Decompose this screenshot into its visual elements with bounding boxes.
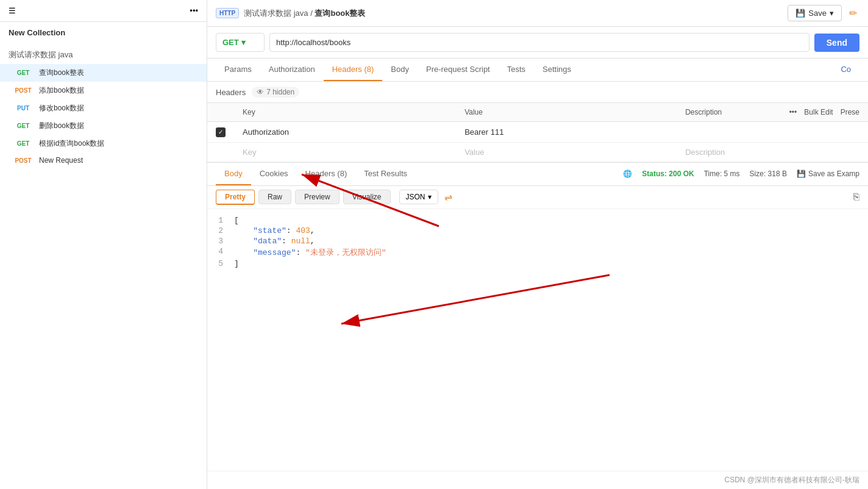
- edit-button[interactable]: ✏: [847, 5, 859, 21]
- bulk-edit-link[interactable]: Bulk Edit: [804, 108, 833, 116]
- status-badge: Status: 200 OK: [642, 170, 694, 178]
- sidebar-item-0[interactable]: GET 查询book整表: [0, 64, 207, 82]
- method-badge-get-4: GET: [12, 140, 34, 148]
- col-value-header: Value: [456, 103, 677, 122]
- code-content-2: "state": 403,: [232, 226, 315, 235]
- checkbox-checked[interactable]: ✓: [216, 127, 226, 137]
- table-row: ✓ Authorization Bearer 111: [207, 122, 868, 143]
- line-number: 3: [207, 237, 232, 246]
- copy-icon[interactable]: ⎘: [853, 191, 859, 202]
- tab-authorization[interactable]: Authorization: [260, 59, 324, 81]
- main-content: HTTP 测试请求数据 java / 查询book整表 💾 Save ▾ ✏ G…: [207, 0, 868, 489]
- header-key-0[interactable]: Authorization: [243, 127, 289, 137]
- line-number: 5: [207, 259, 232, 268]
- breadcrumb-parent: 测试请求数据 java: [244, 9, 308, 18]
- code-content-5: ]: [232, 259, 239, 268]
- format-preview-button[interactable]: Preview: [295, 190, 340, 204]
- sidebar-item-1[interactable]: POST 添加book数据: [0, 82, 207, 99]
- save-example-button[interactable]: 💾 Save as Examp: [797, 170, 859, 178]
- col-check: [207, 103, 234, 122]
- sidebar-item-4[interactable]: GET 根据id查询book数据: [0, 135, 207, 152]
- format-raw-button[interactable]: Raw: [258, 190, 291, 204]
- format-pretty-button[interactable]: Pretty: [216, 190, 255, 205]
- format-type-select[interactable]: JSON ▾: [399, 190, 438, 204]
- hamburger-icon[interactable]: ☰: [9, 6, 16, 15]
- hidden-badge: 👁 7 hidden: [252, 87, 299, 98]
- sidebar-item-2[interactable]: PUT 修改book数据: [0, 99, 207, 117]
- method-badge-get: GET: [12, 69, 34, 77]
- response-tab-headers[interactable]: Headers (8): [297, 163, 356, 185]
- breadcrumb-current: 查询book整表: [315, 9, 365, 18]
- method-badge-post-1: POST: [12, 87, 34, 95]
- code-line-5: 5 ]: [207, 259, 868, 269]
- tab-tests[interactable]: Tests: [499, 59, 534, 81]
- item-label-4: 根据id查询book数据: [39, 138, 104, 149]
- code-line-3: 3 "data": null,: [207, 236, 868, 246]
- method-badge-put-2: PUT: [12, 104, 34, 112]
- response-size: Size: 318 B: [750, 170, 787, 178]
- footer-text: CSDN @深圳市有德者科技有限公司-耿瑞: [724, 476, 859, 484]
- method-badge-get-3: GET: [12, 122, 34, 130]
- http-badge: HTTP: [216, 8, 239, 18]
- headers-section: Headers 👁 7 hidden: [207, 82, 868, 103]
- col-desc-header: Description ••• Bulk Edit Prese: [677, 103, 868, 122]
- chevron-down-icon: ▾: [830, 9, 834, 18]
- method-label: GET: [222, 38, 239, 47]
- header-desc-placeholder[interactable]: Description: [685, 148, 725, 157]
- response-section: Body Cookies Headers (8) Test Results 🌐 …: [207, 162, 868, 471]
- response-tab-test-results[interactable]: Test Results: [355, 163, 416, 185]
- tab-params[interactable]: Params: [216, 59, 260, 81]
- wrap-icon[interactable]: ⇌: [444, 191, 452, 203]
- line-number: 2: [207, 226, 232, 235]
- code-line-4: 4 "message": "未登录，无权限访问": [207, 246, 868, 259]
- format-visualize-button[interactable]: Visualize: [343, 190, 391, 204]
- tab-body[interactable]: Body: [382, 59, 418, 81]
- format-type-label: JSON: [406, 193, 425, 201]
- method-select[interactable]: GET ▾: [216, 33, 265, 52]
- save-icon: 💾: [797, 170, 806, 178]
- header-key-placeholder[interactable]: Key: [243, 148, 256, 157]
- response-tab-body[interactable]: Body: [216, 163, 251, 185]
- item-label-0: 查询book整表: [39, 68, 84, 78]
- code-content-3: "data": null,: [232, 237, 315, 246]
- tab-settings[interactable]: Settings: [534, 59, 580, 81]
- sidebar-item-3[interactable]: GET 删除book数据: [0, 117, 207, 135]
- item-label-3: 删除book数据: [39, 121, 84, 131]
- response-meta: 🌐 Status: 200 OK Time: 5 ms Size: 318 B …: [623, 170, 859, 178]
- col-key-header: Key: [234, 103, 456, 122]
- eye-icon: 👁: [257, 88, 264, 96]
- more-options-icon[interactable]: •••: [789, 108, 797, 116]
- item-label-2: 修改book数据: [39, 103, 84, 113]
- chevron-down-icon: ▾: [428, 193, 432, 201]
- url-input[interactable]: [269, 33, 809, 52]
- line-number: 4: [207, 247, 232, 258]
- breadcrumb: 测试请求数据 java / 查询book整表: [244, 8, 783, 19]
- collection-group-name[interactable]: 测试请求数据 java: [0, 46, 207, 64]
- globe-icon[interactable]: 🌐: [623, 170, 632, 178]
- code-toolbar: Pretty Raw Preview Visualize JSON ▾ ⇌ ⎘: [207, 186, 868, 209]
- send-button[interactable]: Send: [814, 34, 859, 52]
- save-button[interactable]: 💾 Save ▾: [788, 5, 842, 21]
- response-tab-cookies[interactable]: Cookies: [251, 163, 297, 185]
- collection-title[interactable]: New Collection: [0, 22, 207, 43]
- header-value-placeholder[interactable]: Value: [464, 148, 484, 157]
- response-tabs: Body Cookies Headers (8) Test Results 🌐 …: [207, 163, 868, 186]
- tab-headers[interactable]: Headers (8): [324, 59, 383, 81]
- sidebar-item-5[interactable]: POST New Request: [0, 152, 207, 168]
- code-content-4: "message": "未登录，无权限访问": [232, 247, 386, 258]
- response-time: Time: 5 ms: [704, 170, 740, 178]
- headers-label: Headers: [216, 88, 246, 97]
- more-icon[interactable]: •••: [190, 6, 198, 15]
- sidebar: ☰ ••• New Collection 测试请求数据 java GET 查询b…: [0, 0, 207, 489]
- collection-group: 测试请求数据 java GET 查询book整表 POST 添加book数据 P…: [0, 43, 207, 171]
- tab-co[interactable]: Co: [832, 59, 859, 81]
- header-value-0[interactable]: Bearer 111: [464, 127, 503, 137]
- method-badge-post-5: POST: [12, 157, 34, 165]
- hidden-count: 7 hidden: [266, 88, 294, 96]
- tab-prerequest[interactable]: Pre-request Script: [418, 59, 499, 81]
- url-bar: GET ▾ Send: [207, 27, 868, 59]
- presets-link[interactable]: Prese: [841, 108, 859, 116]
- code-line-1: 1 [: [207, 215, 868, 226]
- save-icon: 💾: [795, 9, 805, 18]
- save-label: Save: [808, 9, 827, 18]
